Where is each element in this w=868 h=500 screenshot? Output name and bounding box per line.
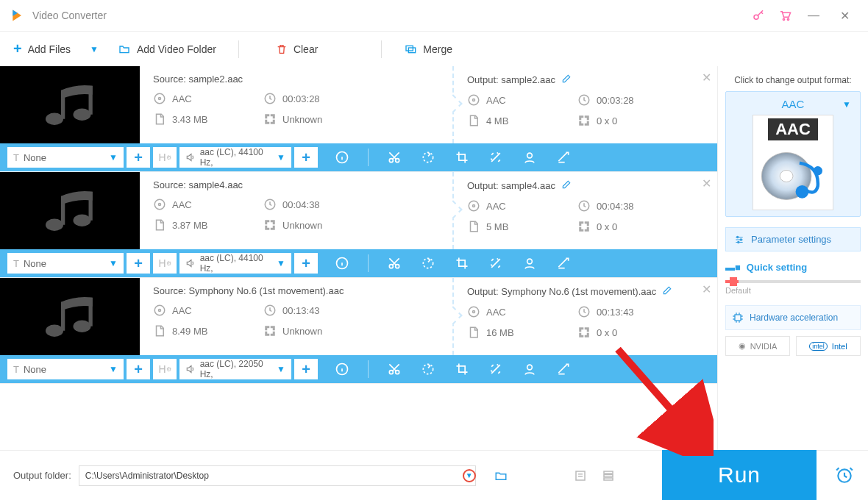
svg-point-39 [154, 305, 165, 315]
audio-codec-select[interactable]: aac (LC), 44100 Hz, ▼ [179, 147, 291, 168]
subtitle-button[interactable] [551, 357, 576, 382]
add-subtitle-button[interactable]: + [127, 147, 150, 168]
open-folder-button[interactable] [491, 469, 511, 482]
hardsub-button[interactable]: H⚙ [153, 253, 177, 274]
add-files-dropdown[interactable]: ▼ [90, 44, 99, 54]
svg-rect-57 [735, 315, 741, 321]
subtitle-select[interactable]: TNone ▼ [7, 253, 124, 274]
crop-button[interactable] [449, 145, 474, 170]
intel-icon: intel [809, 342, 828, 351]
svg-rect-4 [409, 48, 416, 53]
separator [381, 40, 382, 58]
add-files-button[interactable]: + Add Files [13, 40, 71, 57]
svg-rect-61 [604, 478, 613, 480]
watermark-button[interactable] [517, 357, 542, 382]
watermark-button[interactable] [517, 251, 542, 276]
add-folder-button[interactable]: Add Video Folder [118, 43, 216, 55]
chevron-down-icon: ▼ [842, 99, 851, 110]
edit-output-icon[interactable] [662, 285, 672, 298]
svg-point-27 [469, 201, 479, 211]
svg-point-48 [423, 364, 433, 374]
watermark-button[interactable] [517, 145, 542, 170]
quick-setting-toggle[interactable]: ▬■ Quick setting [725, 262, 861, 273]
edit-output-icon[interactable] [561, 179, 572, 192]
quality-slider[interactable] [725, 280, 861, 283]
clear-button[interactable]: Clear [276, 43, 318, 56]
output-folder-dropdown[interactable]: ▼ [463, 469, 476, 482]
clear-label: Clear [294, 43, 318, 55]
rotate-button[interactable] [416, 145, 441, 170]
rotate-button[interactable] [416, 357, 441, 382]
audio-thumbnail[interactable] [0, 172, 140, 249]
out-dimensions: 0 x 0 [577, 326, 704, 339]
remove-item-button[interactable]: ✕ [702, 282, 711, 296]
intel-option[interactable]: intelIntel [796, 336, 861, 356]
add-audio-button[interactable]: + [294, 359, 318, 379]
info-button[interactable] [330, 251, 355, 276]
audio-thumbnail[interactable] [0, 278, 140, 355]
svg-point-54 [737, 236, 739, 238]
add-audio-button[interactable]: + [294, 253, 318, 274]
audio-codec-select[interactable]: aac (LC), 22050 Hz, ▼ [179, 359, 291, 379]
list-icon[interactable] [570, 469, 591, 482]
close-button[interactable]: ✕ [831, 5, 858, 26]
plus-icon: + [13, 40, 22, 57]
subtitle-button[interactable] [551, 251, 576, 276]
info-button[interactable] [330, 357, 355, 382]
add-audio-button[interactable]: + [294, 147, 318, 168]
edit-output-icon[interactable] [561, 74, 572, 86]
effects-button[interactable] [483, 357, 508, 382]
out-dimensions: 0 x 0 [577, 114, 704, 127]
nvidia-icon: ◉ [739, 341, 746, 351]
hardsub-button[interactable]: H⚙ [153, 359, 177, 379]
output-folder-input[interactable]: C:\Users\Administrator\Desktop [79, 465, 476, 486]
effects-button[interactable] [483, 251, 508, 276]
output-folder-label: Output folder: [13, 470, 71, 481]
rotate-button[interactable] [416, 251, 441, 276]
info-button[interactable] [330, 145, 355, 170]
out-size: 4 MB [467, 114, 577, 127]
key-icon[interactable] [747, 5, 769, 26]
slider-default-label: Default [725, 286, 861, 295]
trim-button[interactable] [382, 251, 407, 276]
svg-point-51 [780, 170, 793, 182]
audio-thumbnail[interactable] [0, 66, 140, 143]
add-subtitle-button[interactable]: + [127, 359, 150, 379]
crop-button[interactable] [449, 357, 474, 382]
nvidia-option[interactable]: ◉NVIDIA [725, 336, 790, 356]
remove-item-button[interactable]: ✕ [702, 176, 711, 190]
src-dimensions: Unknown [263, 218, 439, 232]
trim-button[interactable] [382, 357, 407, 382]
parameter-settings-button[interactable]: Parameter settings [725, 227, 861, 251]
out-format: AAC [467, 305, 577, 318]
cart-icon[interactable] [774, 5, 796, 26]
minimize-button[interactable]: — [800, 5, 827, 26]
crop-button[interactable] [449, 251, 474, 276]
hardsub-button[interactable]: H⚙ [153, 147, 177, 168]
svg-point-42 [469, 307, 479, 317]
collapse-icon[interactable] [598, 469, 619, 482]
svg-point-43 [473, 311, 475, 313]
subtitle-select[interactable]: TNone ▼ [7, 359, 124, 379]
output-format-name: AAC [782, 98, 805, 110]
hardware-accel-button[interactable]: Hardware acceleration [725, 305, 861, 330]
output-format-card[interactable]: AAC ▼ AAC [725, 91, 861, 217]
merge-button[interactable]: Merge [404, 43, 452, 55]
audio-codec-select[interactable]: aac (LC), 44100 Hz, ▼ [179, 253, 291, 274]
sliders-icon [733, 235, 745, 245]
alarm-button[interactable] [830, 460, 859, 490]
out-duration: 00:04:38 [577, 199, 704, 213]
separator [238, 40, 239, 58]
src-dimensions: Unknown [263, 324, 439, 338]
remove-item-button[interactable]: ✕ [702, 71, 711, 85]
trim-button[interactable] [382, 145, 407, 170]
run-button[interactable]: Run [662, 450, 817, 500]
subtitle-select[interactable]: TNone ▼ [7, 147, 124, 168]
file-item: Source: sample4.aac AAC 00:04:38 3.87 MB… [0, 172, 717, 278]
effects-button[interactable] [483, 145, 508, 170]
file-item: Source: Symphony No.6 (1st movement).aac… [0, 278, 717, 384]
folder-icon [118, 43, 131, 55]
output-path: Output: Symphony No.6 (1st movement).aac [467, 285, 704, 298]
subtitle-button[interactable] [551, 145, 576, 170]
add-subtitle-button[interactable]: + [127, 253, 150, 274]
